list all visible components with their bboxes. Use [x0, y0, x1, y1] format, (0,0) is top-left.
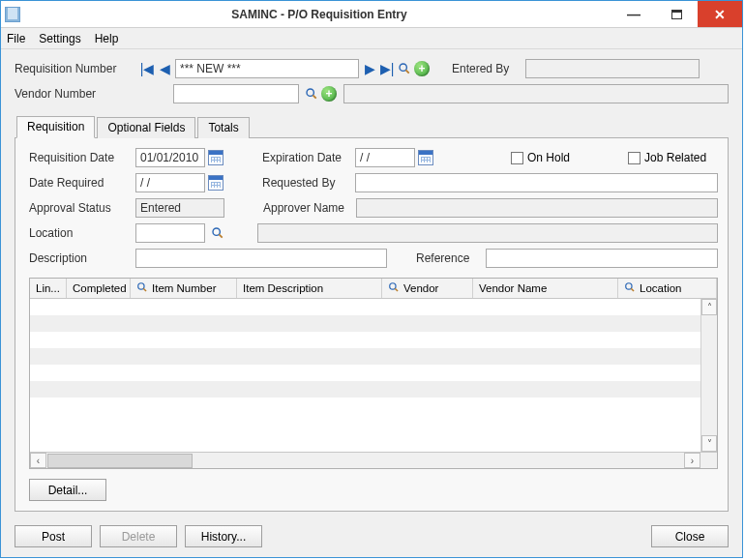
approval-status-label: Approval Status — [29, 201, 135, 215]
location-input[interactable] — [135, 223, 205, 243]
close-window-button[interactable]: ✕ — [698, 1, 742, 27]
grid-hscrollbar[interactable]: ‹ › — [30, 452, 717, 468]
post-button[interactable]: Post — [15, 525, 92, 547]
reference-label: Reference — [416, 251, 486, 265]
on-hold-checkbox[interactable] — [511, 152, 523, 164]
col-vendor-name[interactable]: Vendor Name — [473, 279, 618, 298]
expiration-date-input[interactable]: / / — [355, 148, 415, 167]
location-label: Location — [29, 226, 135, 240]
finder-icon — [388, 281, 400, 295]
on-hold-label: On Hold — [527, 151, 570, 164]
job-related-label: Job Related — [644, 151, 706, 164]
grid-vscrollbar[interactable]: ˄ ˅ — [700, 299, 717, 452]
requested-by-label: Requested By — [262, 176, 355, 190]
col-item-description[interactable]: Item Description — [237, 279, 382, 298]
entered-by-field — [525, 59, 700, 78]
tab-optional-fields[interactable]: Optional Fields — [97, 117, 195, 138]
delete-button[interactable]: Delete — [100, 525, 177, 547]
nav-first-icon[interactable]: |◀ — [138, 60, 156, 77]
col-vendor[interactable]: Vendor — [382, 279, 473, 298]
date-required-calendar-icon[interactable] — [208, 175, 224, 191]
description-input[interactable] — [135, 249, 387, 268]
requisition-date-input[interactable]: 01/01/2010 — [135, 148, 205, 167]
grid-body[interactable] — [30, 299, 700, 452]
col-line[interactable]: Lin... — [30, 279, 67, 298]
nav-next-icon[interactable]: ▶ — [361, 60, 378, 77]
job-related-checkbox[interactable] — [628, 152, 641, 164]
col-location[interactable]: Location — [618, 279, 717, 298]
nav-prev-icon[interactable]: ◀ — [156, 60, 173, 77]
scroll-left-icon[interactable]: ‹ — [30, 453, 46, 468]
date-required-input[interactable]: / / — [135, 173, 205, 192]
vendor-finder-icon[interactable] — [303, 85, 320, 103]
approver-name-field — [356, 198, 718, 218]
vendor-number-label: Vendor Number — [15, 87, 138, 101]
requisition-date-label: Requisition Date — [29, 151, 135, 164]
tab-totals[interactable]: Totals — [197, 117, 249, 138]
expiration-date-label: Expiration Date — [262, 151, 355, 164]
tab-requisition[interactable]: Requisition — [16, 116, 95, 138]
vendor-number-input[interactable] — [173, 84, 299, 103]
maximize-button[interactable] — [655, 1, 698, 27]
menu-file[interactable]: File — [7, 32, 25, 45]
requisition-new-icon[interactable]: + — [413, 60, 431, 77]
window-title: SAMINC - P/O Requisition Entry — [26, 8, 612, 21]
menu-settings[interactable]: Settings — [39, 32, 80, 45]
reference-input[interactable] — [486, 249, 718, 268]
approval-status-field: Entered — [135, 198, 224, 218]
requested-by-input[interactable] — [355, 173, 718, 192]
description-label: Description — [29, 251, 135, 265]
app-icon — [5, 7, 20, 22]
approver-name-label: Approver Name — [263, 201, 356, 215]
finder-icon — [624, 281, 636, 295]
close-button[interactable]: Close — [651, 525, 729, 547]
minimize-button[interactable]: — — [612, 1, 655, 27]
scroll-corner — [700, 453, 717, 468]
vendor-name-field — [343, 84, 729, 103]
vendor-new-icon[interactable]: + — [320, 85, 338, 103]
detail-button[interactable]: Detail... — [29, 479, 106, 501]
requisition-number-value: *** NEW *** — [180, 62, 241, 75]
location-name-field — [257, 223, 718, 243]
requisition-number-label: Requisition Number — [15, 62, 138, 75]
detail-grid[interactable]: Lin... Completed Item Number Item Descri… — [29, 278, 718, 469]
scroll-right-icon[interactable]: › — [684, 453, 700, 468]
history-button[interactable]: History... — [185, 525, 262, 547]
date-required-label: Date Required — [29, 176, 135, 190]
requisition-date-calendar-icon[interactable] — [208, 150, 224, 165]
scroll-up-icon[interactable]: ˄ — [701, 299, 717, 315]
requisition-number-input[interactable]: *** NEW *** — [175, 59, 359, 78]
hscroll-thumb[interactable] — [47, 454, 193, 468]
col-completed[interactable]: Completed — [67, 279, 131, 298]
location-finder-icon[interactable] — [209, 224, 226, 242]
finder-icon — [136, 281, 148, 295]
scroll-down-icon[interactable]: ˅ — [701, 435, 717, 452]
menu-help[interactable]: Help — [95, 32, 119, 45]
requisition-finder-icon[interactable] — [396, 60, 413, 77]
nav-last-icon[interactable]: ▶| — [378, 60, 396, 77]
col-item-number[interactable]: Item Number — [131, 279, 237, 298]
expiration-date-calendar-icon[interactable] — [418, 150, 433, 165]
entered-by-label: Entered By — [452, 62, 525, 75]
